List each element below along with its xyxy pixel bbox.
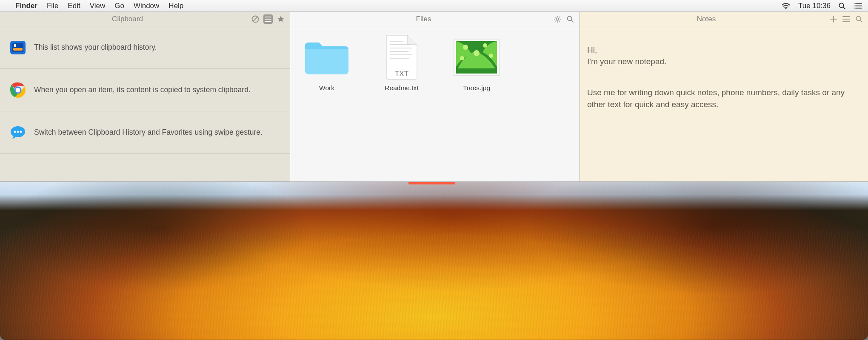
file-item-folder[interactable]: Work xyxy=(301,34,352,92)
text-document-icon: TXT xyxy=(376,34,427,81)
notes-search-icon[interactable] xyxy=(854,14,864,24)
svg-line-33 xyxy=(559,17,560,17)
svg-line-55 xyxy=(860,20,862,22)
app-icon-xcode xyxy=(9,39,26,56)
window-drag-accent xyxy=(408,182,455,184)
svg-line-10 xyxy=(253,17,257,21)
svg-point-47 xyxy=(489,54,493,58)
svg-line-32 xyxy=(555,21,556,22)
menu-help[interactable]: Help xyxy=(168,2,183,10)
svg-point-8 xyxy=(854,8,855,8)
notes-panel: Notes Hi, I'm your new notepad. Use me f… xyxy=(580,12,868,181)
svg-point-48 xyxy=(460,56,464,60)
app-icon-messages xyxy=(9,124,26,141)
svg-point-0 xyxy=(785,8,787,9)
app-icon-chrome xyxy=(9,82,26,99)
files-search-icon[interactable] xyxy=(565,14,575,24)
desktop-wallpaper xyxy=(0,182,868,340)
svg-point-20 xyxy=(16,88,20,92)
files-panel: Files Work TXT xyxy=(290,12,580,181)
files-settings-icon[interactable] xyxy=(553,14,562,24)
svg-rect-16 xyxy=(13,48,23,51)
svg-point-24 xyxy=(20,130,22,133)
notes-title: Notes xyxy=(584,15,829,23)
folder-icon xyxy=(301,34,352,81)
file-name: Work xyxy=(301,84,352,92)
svg-point-46 xyxy=(474,50,480,56)
menu-window[interactable]: Window xyxy=(134,2,159,10)
image-thumbnail-icon xyxy=(451,34,502,81)
file-item-image[interactable]: Trees.jpg xyxy=(451,34,502,92)
menubar-list-icon[interactable] xyxy=(854,3,862,9)
notes-text-area[interactable]: Hi, I'm your new notepad. Use me for wri… xyxy=(580,26,868,181)
svg-point-6 xyxy=(854,3,855,4)
clipboard-item[interactable]: When you open an item, its content is co… xyxy=(0,69,290,111)
menu-file[interactable]: File xyxy=(47,2,58,10)
notes-add-icon[interactable] xyxy=(829,14,838,24)
text-file-badge: TXT xyxy=(395,70,408,78)
notes-paragraph: Hi, I'm your new notepad. xyxy=(587,44,860,68)
spotlight-search-icon[interactable] xyxy=(838,2,846,10)
clipboard-item[interactable]: Switch between Clipboard History and Fav… xyxy=(0,111,290,154)
menu-go[interactable]: Go xyxy=(114,2,124,10)
svg-rect-17 xyxy=(14,44,16,47)
svg-point-25 xyxy=(556,18,559,20)
clipboard-header: Clipboard xyxy=(0,12,290,26)
notes-header: Notes xyxy=(580,12,868,26)
svg-line-35 xyxy=(571,20,573,22)
clipboard-item-text: When you open an item, its content is co… xyxy=(34,85,251,95)
files-header: Files xyxy=(290,12,579,26)
clipboard-item-text: This list shows your clipboard history. xyxy=(34,42,157,53)
svg-line-31 xyxy=(559,21,560,22)
notes-paragraph: Use me for writing down quick notes, pho… xyxy=(587,87,860,110)
clipboard-favorite-icon[interactable] xyxy=(276,14,286,24)
file-name: Trees.jpg xyxy=(451,84,502,92)
clipboard-item-text: Switch between Clipboard History and Fav… xyxy=(34,128,263,138)
clipboard-item[interactable]: This list shows your clipboard history. xyxy=(0,26,290,69)
clipboard-list-view-icon[interactable] xyxy=(263,14,273,24)
macos-menubar: Finder File Edit View Go Window Help Tue… xyxy=(0,0,868,12)
svg-rect-15 xyxy=(12,43,23,52)
menu-edit[interactable]: Edit xyxy=(68,2,80,10)
clear-clipboard-icon[interactable] xyxy=(251,14,260,24)
svg-line-30 xyxy=(555,17,556,17)
svg-point-44 xyxy=(463,45,468,50)
file-name: Readme.txt xyxy=(376,84,427,92)
clipboard-title: Clipboard xyxy=(4,15,251,23)
notes-list-icon[interactable] xyxy=(842,14,851,24)
wifi-icon[interactable] xyxy=(781,3,791,9)
file-item-text[interactable]: TXT Readme.txt xyxy=(376,34,427,92)
files-title: Files xyxy=(294,15,553,23)
svg-point-7 xyxy=(854,6,855,6)
active-app-name[interactable]: Finder xyxy=(15,2,37,10)
menu-view[interactable]: View xyxy=(90,2,106,10)
clipboard-panel: Clipboard This list shows your clipboard… xyxy=(0,12,290,181)
svg-point-45 xyxy=(483,43,487,48)
svg-point-23 xyxy=(17,130,19,133)
menubar-clock[interactable]: Tue 10:36 xyxy=(798,2,831,10)
svg-line-2 xyxy=(843,7,845,9)
svg-point-22 xyxy=(14,130,16,133)
